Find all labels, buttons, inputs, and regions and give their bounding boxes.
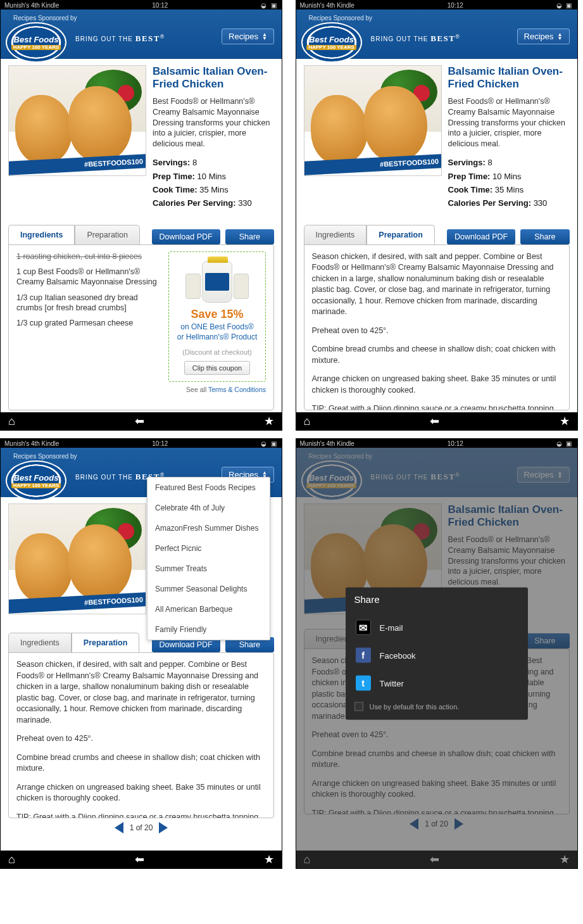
recipes-dropdown-button[interactable]: Recipes ▲▼ [222, 28, 274, 44]
share-button[interactable]: Share [520, 229, 569, 244]
ingredient-item[interactable]: 1 roasting chicken, cut into 8 pieces [16, 251, 162, 262]
use-default-checkbox[interactable]: Use by default for this action. [354, 702, 519, 711]
recipe-title: Balsamic Italian Oven-Fried Chicken [448, 65, 570, 91]
clock: 10:12 [59, 2, 261, 9]
app-header: Recipes Sponsored by Best Foods HAPPY 10… [296, 9, 577, 59]
coupon-card: Save 15% on ONE Best Foods®or Hellmann's… [168, 251, 266, 382]
favorite-icon[interactable]: ★ [264, 414, 274, 428]
share-dialog: Share ✉ E-mail f Facebook t Twitter Use … [346, 588, 528, 720]
home-icon[interactable]: ⌂ [8, 415, 15, 428]
prep-step: Arrange chicken on ungreased baking shee… [312, 374, 561, 396]
dropdown-item[interactable]: Summer Treats [147, 559, 270, 579]
screen-preparation: Munish's 4th Kindle 10:12 ◒ ▣ Recipes Sp… [296, 0, 578, 431]
brand-logo: Best Foods HAPPY 100 YEARS [6, 460, 66, 501]
back-icon[interactable]: ⬅ [135, 414, 144, 428]
prep-step: TIP: Great with a Dijon dipping sauce or… [312, 403, 561, 410]
home-icon[interactable]: ⌂ [8, 853, 15, 866]
dropdown-item[interactable]: All American Barbeque [147, 599, 270, 619]
checkbox-icon [354, 702, 363, 711]
recipes-dropdown-button[interactable]: Recipes▲▼ [517, 28, 570, 44]
coupon-terms: See all Terms & Conditions [16, 386, 266, 393]
sort-icon: ▲▼ [262, 33, 267, 41]
clip-coupon-button[interactable]: Clip this coupon [184, 361, 250, 375]
dropdown-item[interactable]: AmazonFresh Summer Dishes [147, 518, 270, 538]
dropdown-item[interactable]: Celebrate 4th of July [147, 498, 270, 518]
share-option-facebook[interactable]: f Facebook [354, 642, 519, 669]
status-bar: Munish's 4th Kindle 10:12 ◒ ▣ [296, 1, 577, 9]
coupon-on: on ONE Best Foods®or Hellmann's® Product [174, 322, 260, 342]
recipe-title: Balsamic Italian Oven-Fried Chicken [153, 65, 274, 91]
tab-preparation[interactable]: Preparation [72, 633, 139, 653]
dropdown-item[interactable]: Perfect Picnic [147, 538, 270, 559]
screen-dropdown: Munish's 4th Kindle 10:12 ◒ ▣ Recipes Sp… [0, 438, 282, 869]
download-pdf-button[interactable]: Download PDF [447, 229, 515, 244]
download-pdf-button[interactable]: Download PDF [152, 229, 220, 244]
dropdown-item[interactable]: Featured Best Foods Recipes [147, 478, 270, 498]
status-icons: ◒ ▣ [261, 2, 278, 9]
prep-step: Season chicken, if desired, with salt an… [312, 251, 561, 318]
preparation-panel: Season chicken, if desired, with salt an… [304, 244, 570, 410]
share-dialog-title: Share [354, 594, 519, 605]
recipes-dropdown-menu: Featured Best Foods Recipes Celebrate 4t… [147, 477, 270, 640]
ingredients-list: 1 roasting chicken, cut into 8 pieces 1 … [16, 251, 162, 382]
tab-bar: Ingredients Preparation [8, 224, 140, 244]
recipe-photo: #BESTFOODS100 [8, 65, 146, 176]
ingredient-item[interactable]: 1/3 cup Italian seasoned dry bread crumb… [16, 293, 162, 313]
home-icon[interactable]: ⌂ [304, 415, 311, 428]
recipe-description: Best Foods® or Hellmann's® Creamy Balsam… [153, 96, 274, 149]
brand-logo: Best Foods HAPPY 100 YEARS [301, 22, 362, 63]
recipe-meta: Servings: 8 Prep Time: 10 Mins Cook Time… [153, 156, 274, 210]
sponsor-label: Recipes Sponsored by [13, 15, 275, 22]
bottom-nav: ⌂ ⬅ ★ [1, 412, 282, 430]
prep-step-current: Preheat oven to 425°. [304, 326, 561, 337]
tab-preparation[interactable]: Preparation [75, 225, 140, 245]
facebook-icon: f [356, 648, 371, 663]
twitter-icon: t [356, 676, 371, 691]
ingredient-item[interactable]: 1 cup Best Foods® or Hellmann's® Creamy … [16, 267, 162, 288]
tab-preparation[interactable]: Preparation [367, 225, 434, 245]
coupon-discount-note: (Discount at checkout) [174, 348, 260, 356]
sort-icon: ▲▼ [558, 33, 563, 41]
ingredient-item[interactable]: 1/3 cup grated Parmesan cheese [16, 318, 162, 328]
share-option-email[interactable]: ✉ E-mail [354, 614, 519, 642]
screen-ingredients: Munish's 4th Kindle 10:12 ◒ ▣ Recipes Sp… [0, 0, 282, 431]
terms-link[interactable]: Terms & Conditions [208, 386, 266, 393]
prep-step: Combine bread crumbs and cheese in shall… [312, 344, 561, 366]
dropdown-item[interactable]: Family Friendly [147, 619, 270, 640]
tagline: BRING OUT THE BEST® [75, 34, 165, 44]
share-button[interactable]: Share [225, 229, 274, 244]
coupon-save: Save 15% [174, 308, 260, 321]
tab-ingredients[interactable]: Ingredients [8, 633, 72, 653]
recipe-photo: #BESTFOODS100 [304, 65, 442, 176]
dropdown-item[interactable]: Summer Seasonal Delights [147, 579, 270, 599]
brand-logo: Best Foods HAPPY 100 YEARS [6, 22, 66, 63]
favorite-icon[interactable]: ★ [560, 414, 570, 428]
tab-ingredients[interactable]: Ingredients [304, 225, 367, 245]
status-bar: Munish's 4th Kindle 10:12 ◒ ▣ [1, 1, 282, 9]
favorite-icon[interactable]: ★ [264, 852, 274, 866]
email-icon: ✉ [356, 620, 371, 635]
next-page-button[interactable] [159, 822, 168, 833]
share-option-twitter[interactable]: t Twitter [354, 669, 519, 697]
tab-ingredients[interactable]: Ingredients [8, 225, 75, 245]
back-icon[interactable]: ⬅ [135, 852, 144, 866]
back-icon[interactable]: ⬅ [430, 414, 439, 428]
app-header: Recipes Sponsored by Best Foods HAPPY 10… [1, 9, 282, 59]
ingredients-panel: 1 roasting chicken, cut into 8 pieces 1 … [8, 244, 274, 410]
device-name: Munish's 4th Kindle [4, 2, 59, 9]
prev-page-button[interactable] [115, 822, 123, 833]
screen-share: Munish's 4th Kindle 10:12 ◒ ▣ Recipes Sp… [296, 438, 578, 869]
